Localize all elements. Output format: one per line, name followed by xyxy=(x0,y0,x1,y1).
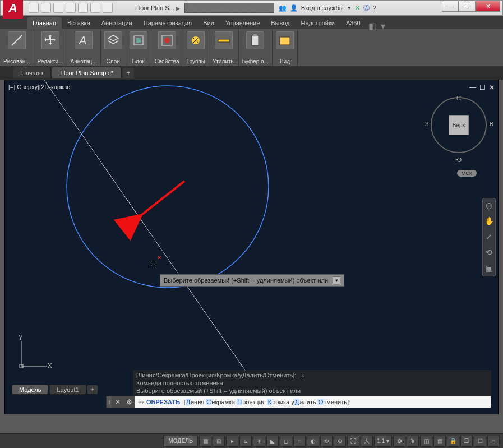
a360-icon[interactable]: Ⓐ xyxy=(363,4,370,12)
viewport-close-icon[interactable]: ✕ xyxy=(489,84,495,91)
search-input[interactable] xyxy=(184,3,274,13)
viewcube-top-face[interactable]: Верх xyxy=(449,115,469,135)
svg-text:A: A xyxy=(79,34,86,47)
qat-saveas-icon[interactable] xyxy=(66,3,76,13)
ribbon-tab-annotate[interactable]: Аннотации xyxy=(96,17,138,29)
sb-model-button[interactable]: МОДЕЛЬ xyxy=(163,436,198,447)
ribbon-tab-insert[interactable]: Вставка xyxy=(62,17,96,29)
sb-scale-button[interactable]: 1:1 ▾ xyxy=(374,436,392,447)
cmd-log-line: Команда полностью отменена. xyxy=(136,379,488,387)
cmdline-customize-icon[interactable]: ⚙ xyxy=(123,398,135,406)
qat-new-icon[interactable] xyxy=(29,3,39,13)
ribbon-tab-addins[interactable]: Надстройки xyxy=(296,17,340,29)
close-button[interactable]: ✕ xyxy=(476,1,500,12)
sb-lwt-icon[interactable]: ≡ xyxy=(293,436,306,447)
sb-ortho-icon[interactable]: ⊾ xyxy=(239,436,252,447)
clipboard-icon[interactable] xyxy=(246,31,264,49)
sb-units-icon[interactable]: ◫ xyxy=(420,436,432,447)
sb-customize-icon[interactable]: ≡ xyxy=(487,436,500,447)
sb-workspace-icon[interactable]: 人 xyxy=(361,436,373,447)
sb-annomonitor-icon[interactable]: ⊕ xyxy=(334,436,346,447)
nav-zoom-icon[interactable]: ⤢ xyxy=(484,232,494,242)
qat-print-icon[interactable] xyxy=(78,3,88,13)
sb-snap-icon[interactable]: ⊞ xyxy=(213,436,225,447)
ribbon-tab-a360[interactable]: A360 xyxy=(340,17,366,29)
viewcube[interactable]: Верх С Ю В З xyxy=(431,97,487,153)
sb-hardware-icon[interactable]: 🖵 xyxy=(460,436,473,447)
cmdline-grip[interactable] xyxy=(107,396,112,408)
panel-utilities: Утилиты xyxy=(209,29,239,66)
drawing-canvas[interactable]: [–][Сверху][2D-каркас] — ☐ ✕ × Выберите … xyxy=(4,80,499,414)
ribbon-tab-view[interactable]: Вид xyxy=(197,17,220,29)
sb-mouse-icon[interactable]: 🖱 xyxy=(407,436,419,447)
command-input[interactable]: ⌖▾ ОБРЕЗАТЬ [Линия Секрамка Проекция Кро… xyxy=(135,396,491,408)
doc-tab-start[interactable]: Начало xyxy=(13,67,51,78)
viewport-maximize-icon[interactable]: ☐ xyxy=(479,84,486,91)
groups-icon[interactable] xyxy=(187,31,205,49)
block-icon[interactable] xyxy=(130,31,147,49)
user-icon[interactable]: 👤 xyxy=(290,4,298,12)
viewport-minimize-icon[interactable]: — xyxy=(469,84,476,91)
qat-save-icon[interactable] xyxy=(53,3,63,13)
svg-line-12 xyxy=(140,181,184,216)
ribbon-tab-parametric[interactable]: Параметризация xyxy=(138,17,197,29)
help-icon[interactable]: ? xyxy=(373,4,376,11)
viewport-label[interactable]: [–][Сверху][2D-каркас] xyxy=(8,84,72,90)
signin-icon[interactable]: 👥 xyxy=(279,4,287,12)
sb-gear-icon[interactable]: ⚙ xyxy=(393,436,405,447)
viewcube-east[interactable]: В xyxy=(490,121,493,127)
sb-polar-icon[interactable]: ✳ xyxy=(253,436,265,447)
viewcube-north[interactable]: С xyxy=(456,95,461,101)
layout-tab-layout1[interactable]: Layout1 xyxy=(49,385,86,395)
minimize-button[interactable]: — xyxy=(442,1,459,12)
dropdown-icon[interactable]: ▾ xyxy=(381,21,389,29)
text-tool-icon[interactable]: A xyxy=(75,31,93,49)
ribbon-tab-output[interactable]: Вывод xyxy=(265,17,295,29)
move-tool-icon[interactable] xyxy=(41,31,59,49)
sb-grid-icon[interactable]: ▦ xyxy=(199,436,211,447)
signin-dropdown-icon[interactable]: ▼ xyxy=(347,6,352,11)
quick-access-toolbar xyxy=(29,3,113,13)
doc-tab-add-button[interactable]: + xyxy=(123,68,134,78)
qat-undo-icon[interactable] xyxy=(90,3,100,13)
properties-icon[interactable] xyxy=(158,31,176,49)
exchange-icon[interactable]: ✕ xyxy=(355,4,360,12)
cmdline-close-icon[interactable]: ✕ xyxy=(112,398,123,406)
panel-block: Блок xyxy=(126,29,151,66)
qat-open-icon[interactable] xyxy=(41,3,51,13)
sb-clean-icon[interactable]: ☐ xyxy=(474,436,486,447)
sb-annoscale-icon[interactable]: ⛶ xyxy=(347,436,359,447)
line-tool-icon[interactable] xyxy=(8,31,26,49)
status-bar: МОДЕЛЬ ▦ ⊞ ▸ ⊾ ✳ ◣ ◻ ≡ ◐ ⟲ ⊕ ⛶ 人 1:1 ▾ ⚙… xyxy=(0,433,503,448)
nav-orbit-icon[interactable]: ⟲ xyxy=(484,248,494,258)
sb-osnap-icon[interactable]: ◻ xyxy=(280,436,292,447)
nav-wheel-icon[interactable]: ◎ xyxy=(484,201,494,211)
signin-link[interactable]: Вход в службы xyxy=(301,4,344,11)
sb-iso-lock-icon[interactable]: 🔒 xyxy=(447,436,459,447)
cursor-x-icon: × xyxy=(158,254,161,261)
view-icon[interactable] xyxy=(276,31,294,49)
layout-tab-add-button[interactable]: + xyxy=(87,385,98,394)
viewcube-south[interactable]: Ю xyxy=(455,156,462,163)
sb-cycling-icon[interactable]: ⟲ xyxy=(320,436,333,447)
layout-tab-model[interactable]: Модель xyxy=(12,385,48,395)
sb-iso-icon[interactable]: ◣ xyxy=(266,436,279,447)
featured-apps-icon[interactable]: ◧ xyxy=(368,21,376,29)
nav-showmotion-icon[interactable]: ▣ xyxy=(484,264,494,274)
ucs-badge[interactable]: МСК xyxy=(457,170,477,177)
doc-tab-active[interactable]: Floor Plan Sample* xyxy=(52,67,122,78)
sb-transparency-icon[interactable]: ◐ xyxy=(307,436,319,447)
sb-infer-icon[interactable]: ▸ xyxy=(226,436,238,447)
maximize-button[interactable]: ☐ xyxy=(459,1,476,12)
sb-qp-icon[interactable]: ▤ xyxy=(433,436,446,447)
title-dropdown-icon[interactable]: ▸ xyxy=(176,3,180,13)
ribbon-tab-home[interactable]: Главная xyxy=(27,17,62,29)
viewcube-west[interactable]: З xyxy=(425,121,429,127)
nav-pan-icon[interactable]: ✋ xyxy=(484,216,494,227)
ribbon-tab-manage[interactable]: Управление xyxy=(220,17,265,29)
layers-icon[interactable] xyxy=(104,31,122,49)
tooltip-options-icon[interactable]: ▾ xyxy=(333,276,340,284)
measure-icon[interactable] xyxy=(215,31,233,49)
command-history[interactable]: [Линия/Секрамка/Проекция/Кромка/уДалить/… xyxy=(133,370,491,396)
qat-redo-icon[interactable] xyxy=(103,3,113,13)
